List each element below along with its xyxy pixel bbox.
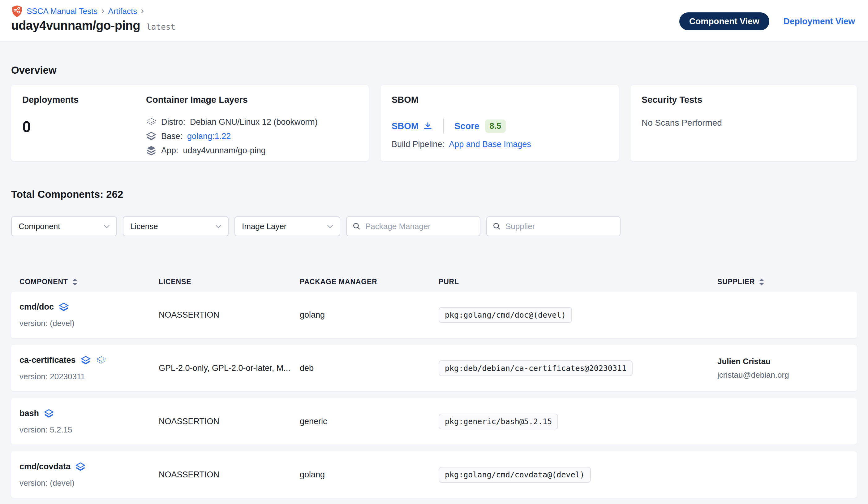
supplier-email: jcristau@debian.org (717, 370, 857, 380)
table-row: ca-certificates version: 20230311 GPL-2.… (11, 345, 857, 391)
purl-cell: pkg:deb/debian/ca-certificates@20230311 (438, 360, 717, 376)
layer-app-value: uday4vunnam/go-ping (183, 146, 266, 155)
component-filter-dropdown[interactable]: Component (11, 216, 117, 236)
component-cell: ca-certificates version: 20230311 (20, 355, 159, 381)
divider (443, 119, 444, 133)
purl-cell: pkg:generic/bash@5.2.15 (438, 414, 717, 430)
supplier-search (486, 216, 621, 236)
overview-cards: Deployments 0 Container Image Layers Dis… (11, 85, 857, 161)
layers-dashed-icon (146, 117, 156, 127)
package-manager-cell: deb (300, 363, 438, 373)
layer-base-link[interactable]: golang:1.22 (187, 132, 231, 141)
chevron-down-icon (103, 224, 110, 229)
artifact-tag: latest (146, 22, 175, 32)
layers-partial-blue-icon (58, 302, 69, 312)
package-manager-cell: golang (300, 310, 438, 320)
layers-filled-icon (146, 145, 156, 156)
component-version: version: (devel) (20, 319, 159, 328)
sbom-download-link[interactable]: SBOM (392, 121, 433, 131)
layer-row-base: Base: golang:1.22 (146, 129, 358, 143)
ssca-shield-icon (11, 5, 23, 17)
purl-cell: pkg:golang/cmd/covdata@(devel) (438, 467, 717, 483)
chevron-right-icon: › (101, 7, 104, 16)
breadcrumb-link-artifacts[interactable]: Artifacts (108, 7, 137, 16)
layer-distro-value: Debian GNU/Linux 12 (bookworm) (190, 117, 318, 127)
component-name: cmd/doc (20, 302, 54, 312)
sort-icon[interactable] (758, 278, 765, 286)
sbom-card-title: SBOM (392, 95, 608, 105)
license-filter-dropdown[interactable]: License (123, 216, 229, 236)
search-icon (493, 222, 501, 231)
deployments-layers-card: Deployments 0 Container Image Layers Dis… (11, 85, 369, 161)
view-toggle: Component View Deployment View (679, 12, 855, 30)
build-pipeline-link[interactable]: App and Base Images (449, 140, 531, 149)
purl-cell: pkg:golang/cmd/doc@(devel) (438, 307, 717, 323)
package-manager-search-input[interactable] (365, 222, 474, 231)
column-header-purl: PURL (438, 278, 717, 286)
package-manager-search (346, 216, 480, 236)
chevron-down-icon (327, 224, 333, 229)
layers-partial-blue-icon (80, 355, 91, 366)
sbom-score-label: Score (454, 121, 479, 131)
column-header-package-manager-label: PACKAGE MANAGER (300, 278, 378, 286)
column-header-package-manager: PACKAGE MANAGER (300, 278, 438, 286)
deployments-count: 0 (22, 118, 146, 136)
component-name: cmd/covdata (20, 462, 71, 472)
search-icon (352, 222, 361, 231)
table-row: cmd/doc version: (devel) NOASSERTION gol… (11, 292, 857, 338)
column-header-purl-label: PURL (438, 278, 459, 286)
supplier-search-input[interactable] (505, 222, 614, 231)
component-name: ca-certificates (20, 355, 76, 365)
overview-heading: Overview (11, 64, 857, 76)
security-tests-card: Security Tests No Scans Performed (630, 85, 857, 161)
component-view-button[interactable]: Component View (679, 12, 769, 30)
component-version: version: (devel) (20, 478, 159, 488)
layers-dashed-blue-icon (96, 355, 107, 366)
column-header-supplier-label: SUPPLIER (717, 278, 755, 286)
component-cell: bash version: 5.2.15 (20, 409, 159, 435)
total-components-heading: Total Components: 262 (11, 189, 857, 200)
layer-row-distro: Distro: Debian GNU/Linux 12 (bookworm) (146, 115, 358, 129)
image-layer-filter-dropdown[interactable]: Image Layer (235, 216, 340, 236)
filter-bar: Component License Image Layer (11, 216, 857, 236)
page-title: uday4vunnam/go-ping (11, 19, 140, 32)
component-cell: cmd/doc version: (devel) (20, 302, 159, 328)
package-manager-cell: generic (300, 417, 438, 426)
component-name: bash (20, 409, 39, 418)
layer-row-app: App: uday4vunnam/go-ping (146, 143, 358, 158)
column-header-component[interactable]: COMPONENT (20, 278, 159, 286)
chevron-down-icon (215, 224, 222, 229)
top-header: SSCA Manual Tests › Artifacts › uday4vun… (0, 0, 868, 41)
deployments-label: Deployments (22, 95, 146, 105)
layer-app-label: App: (161, 146, 178, 155)
image-layer-filter-label: Image Layer (242, 222, 287, 231)
supplier-name: Julien Cristau (717, 357, 857, 366)
component-filter-label: Component (19, 222, 60, 231)
main-content: Overview Deployments 0 Container Image L… (0, 64, 868, 498)
layers-partial-blue-icon (43, 409, 54, 419)
layers-partial-icon (146, 131, 156, 141)
table-row: bash version: 5.2.15 NOASSERTION generic… (11, 398, 857, 445)
component-cell: cmd/covdata version: (devel) (20, 462, 159, 488)
breadcrumb-link-project[interactable]: SSCA Manual Tests (27, 7, 97, 16)
column-header-license-label: LICENSE (159, 278, 191, 286)
download-icon (423, 121, 433, 131)
sbom-score-badge: 8.5 (485, 120, 506, 133)
sbom-download-label: SBOM (392, 121, 418, 131)
deployments-section: Deployments 0 (22, 95, 146, 151)
layer-distro-label: Distro: (161, 117, 185, 127)
license-filter-label: License (130, 222, 158, 231)
purl-chip: pkg:golang/cmd/doc@(devel) (438, 307, 572, 323)
column-header-supplier[interactable]: SUPPLIER (717, 278, 857, 286)
supplier-cell: Julien Cristau jcristau@debian.org (717, 357, 857, 380)
component-version: version: 20230311 (20, 372, 159, 381)
build-pipeline-label: Build Pipeline: (392, 140, 445, 149)
purl-chip: pkg:deb/debian/ca-certificates@20230311 (438, 360, 633, 376)
sort-icon[interactable] (72, 278, 78, 286)
purl-chip: pkg:generic/bash@5.2.15 (438, 414, 558, 430)
chevron-right-icon: › (141, 7, 144, 16)
layer-base-label: Base: (161, 132, 183, 141)
deployment-view-button[interactable]: Deployment View (784, 17, 855, 26)
sbom-card: SBOM SBOM Score 8.5 Build (381, 85, 619, 161)
security-tests-title: Security Tests (642, 95, 846, 105)
